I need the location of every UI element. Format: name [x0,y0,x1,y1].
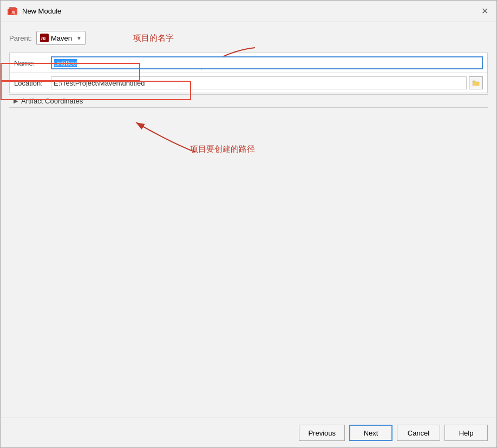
button-bar: Previous Next Cancel Help [1,418,496,447]
close-button[interactable]: ✕ [479,6,490,17]
dialog-content: Parent: m Maven ▼ 项目的名字 [1,22,496,418]
dropdown-arrow-icon: ▼ [76,35,82,41]
parent-value: Maven [51,34,72,42]
folder-icon [472,80,480,86]
browse-button[interactable] [469,76,483,89]
name-input[interactable] [51,56,483,69]
annotation1-text: 项目的名字 [133,33,174,42]
form-section: Name: Location: [9,53,488,93]
help-button[interactable]: Help [444,425,488,441]
previous-button[interactable]: Previous [299,425,345,441]
artifact-section[interactable]: ▶ Artifact Coordinates [9,94,488,107]
name-label: Name: [14,59,51,67]
location-row: Location: [10,73,487,93]
artifact-label: Artifact Coordinates [21,97,83,105]
annotation2-text: 项目要创建的路径 [190,144,255,153]
parent-row: Parent: m Maven ▼ 项目的名字 [9,31,488,45]
arrow2-svg [114,109,233,163]
separator [9,107,488,108]
new-module-dialog: m New Module ✕ Parent: m Maven ▼ [0,0,497,448]
dialog-title: New Module [22,7,61,15]
svg-text:m: m [41,35,46,41]
annotation1-container: 项目的名字 [133,33,174,43]
module-icon: m [7,6,18,17]
cancel-button[interactable]: Cancel [397,425,440,441]
expand-arrow-icon: ▶ [14,98,18,105]
maven-icon: m [40,34,49,42]
location-input[interactable] [51,76,467,89]
parent-dropdown[interactable]: m Maven ▼ [36,31,86,45]
svg-text:m: m [12,9,16,15]
name-row: Name: [10,53,487,73]
title-bar-left: m New Module [7,6,61,17]
name-input-container [51,56,483,69]
title-bar: m New Module ✕ [1,1,496,22]
next-button[interactable]: Next [349,425,393,441]
parent-label: Parent: [9,34,32,42]
location-label: Location: [14,79,51,87]
annotation2-container: 项目要创建的路径 [190,144,255,154]
